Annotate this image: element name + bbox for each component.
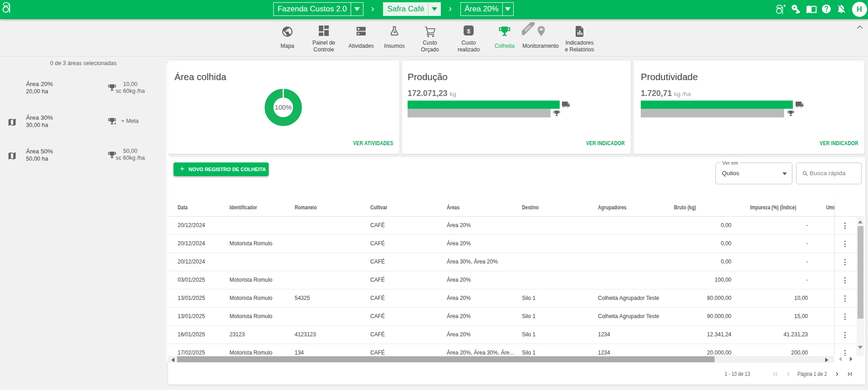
svg-text:100%: 100% (275, 104, 291, 111)
svg-text:$: $ (467, 28, 470, 35)
